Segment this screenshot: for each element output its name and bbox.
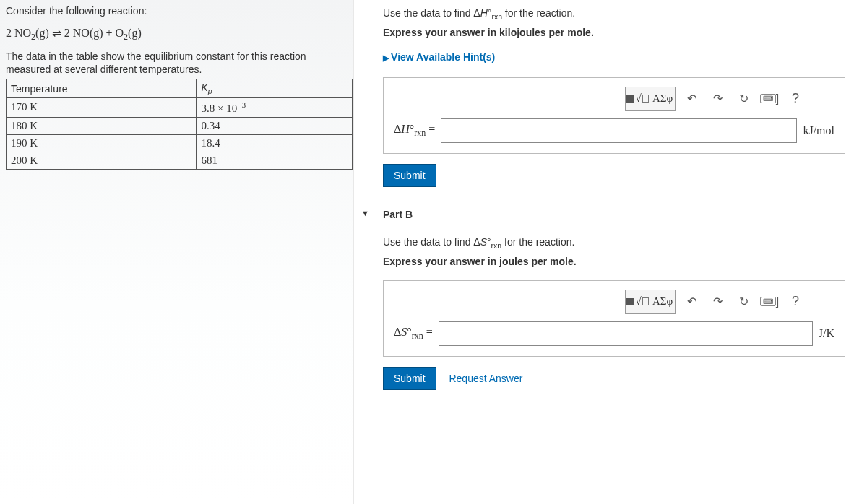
- part-a-answer-box: √ ΑΣφ ↶ ↷ ↻ ⌨ ] ? ΔH°rxn = kJ/mol: [383, 77, 845, 154]
- undo-icon[interactable]: ↶: [681, 89, 702, 109]
- table-row: 180 K0.34: [7, 117, 353, 134]
- delta-h-input[interactable]: [441, 118, 797, 143]
- collapse-icon[interactable]: ▼: [361, 209, 369, 217]
- answer-label-ds: ΔS°rxn =: [394, 326, 433, 342]
- delta-s-input[interactable]: [439, 321, 813, 346]
- help-icon-b[interactable]: ?: [785, 292, 806, 312]
- question-panel: Consider the following reaction: 2 NO2(g…: [0, 0, 354, 504]
- redo-icon[interactable]: ↷: [707, 89, 728, 109]
- formula-toolbar: √ ΑΣφ ↶ ↷ ↻ ⌨ ] ?: [394, 87, 806, 111]
- part-b-content: Use the data to find ΔS°rxn for the reac…: [361, 223, 860, 404]
- part-b-answer-box: √ ΑΣφ ↶ ↷ ↻ ⌨ ] ? ΔS°rxn = J/K: [383, 280, 845, 357]
- table-description: The data in the table show the equilibri…: [6, 50, 348, 76]
- templates-button-b[interactable]: √: [626, 290, 650, 313]
- unit-kj-mol: kJ/mol: [803, 124, 834, 137]
- redo-icon-b[interactable]: ↷: [707, 292, 728, 312]
- help-icon[interactable]: ?: [785, 89, 806, 109]
- part-a-instruction-1: Use the data to find ΔH°rxn for the reac…: [383, 7, 845, 21]
- unit-j-k: J/K: [819, 327, 834, 340]
- templates-button[interactable]: √: [626, 87, 650, 110]
- greek-symbols-button[interactable]: ΑΣφ: [650, 87, 675, 110]
- part-a-instruction-2: Express your answer in kilojoules per mo…: [383, 27, 845, 38]
- table-row: 200 K681: [7, 152, 353, 169]
- view-hints-link[interactable]: View Available Hint(s): [383, 51, 495, 63]
- submit-button-b[interactable]: Submit: [383, 367, 436, 390]
- table-header-kp: Kp: [197, 79, 353, 98]
- submit-button-a[interactable]: Submit: [383, 164, 436, 187]
- keyboard-icon-b[interactable]: ⌨ ]: [759, 292, 780, 312]
- prompt-text: Consider the following reaction:: [6, 4, 348, 19]
- answer-panel: Use the data to find ΔH°rxn for the reac…: [354, 0, 867, 504]
- part-b-instruction-1: Use the data to find ΔS°rxn for the reac…: [383, 236, 845, 250]
- answer-label-dh: ΔH°rxn =: [394, 123, 435, 139]
- table-row: 170 K3.8 × 10−3: [7, 97, 353, 117]
- table-header-temperature: Temperature: [7, 79, 197, 98]
- undo-icon-b[interactable]: ↶: [681, 292, 702, 312]
- answer-input-row: ΔH°rxn = kJ/mol: [394, 118, 834, 143]
- keyboard-icon[interactable]: ⌨ ]: [759, 89, 780, 109]
- part-b-title: Part B: [383, 209, 413, 220]
- part-b-instruction-2: Express your answer in joules per mole.: [383, 256, 845, 267]
- reset-icon-b[interactable]: ↻: [733, 292, 754, 312]
- request-answer-link[interactable]: Request Answer: [449, 373, 522, 384]
- reaction-equation: 2 NO2(g) ⇌ 2 NO(g) + O2(g): [6, 26, 348, 43]
- reset-icon[interactable]: ↻: [733, 89, 754, 109]
- format-button-group-b: √ ΑΣφ: [625, 290, 676, 314]
- greek-symbols-button-b[interactable]: ΑΣφ: [650, 290, 675, 313]
- part-b-header[interactable]: ▼ Part B: [361, 201, 860, 223]
- equilibrium-data-table: Temperature Kp 170 K3.8 × 10−3 180 K0.34…: [6, 79, 353, 170]
- part-a-content: Use the data to find ΔH°rxn for the reac…: [361, 0, 860, 201]
- format-button-group: √ ΑΣφ: [625, 87, 676, 111]
- formula-toolbar-b: √ ΑΣφ ↶ ↷ ↻ ⌨ ] ?: [394, 290, 806, 314]
- table-row: 190 K18.4: [7, 134, 353, 152]
- answer-input-row-b: ΔS°rxn = J/K: [394, 321, 834, 346]
